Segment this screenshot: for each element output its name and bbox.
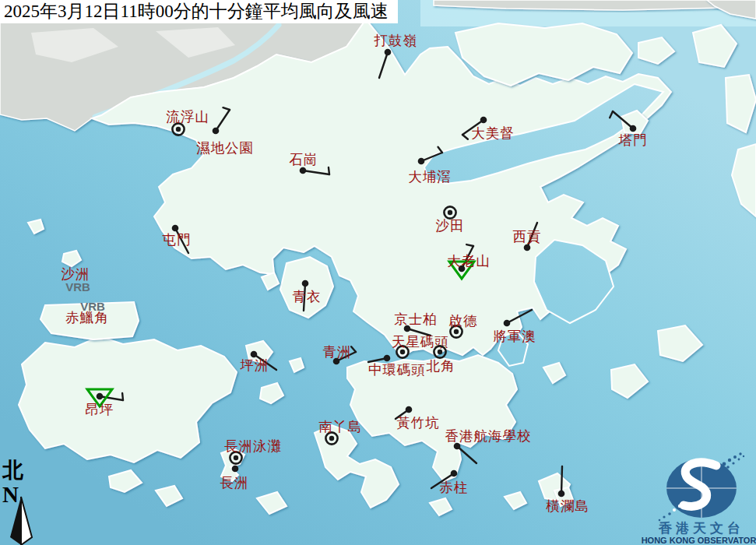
station-label: 昂坪 bbox=[86, 402, 114, 417]
vrb-label: VRB bbox=[65, 280, 90, 294]
station-dot bbox=[480, 117, 487, 124]
station-label: 啟德 bbox=[449, 313, 478, 329]
station-label: 天星碼頭 bbox=[392, 334, 449, 350]
station-label: 流浮山 bbox=[166, 109, 209, 125]
station-dot bbox=[448, 210, 452, 215]
station-dot bbox=[251, 351, 258, 358]
station-dot bbox=[213, 128, 220, 135]
station-dot bbox=[400, 350, 405, 354]
wind-barb-tick bbox=[122, 393, 123, 400]
station-dot bbox=[504, 320, 511, 327]
station-label: 坪洲 bbox=[240, 357, 269, 373]
station-dot bbox=[234, 455, 238, 460]
station-label: 南丫島 bbox=[318, 419, 362, 434]
station-label: 塔門 bbox=[618, 132, 648, 148]
station-label: 石崗 bbox=[290, 152, 318, 167]
station-dot bbox=[172, 225, 179, 232]
station-dot bbox=[232, 466, 239, 473]
station-label: 沙洲 bbox=[62, 266, 90, 282]
station-label: 赤柱 bbox=[440, 480, 469, 495]
compass-n-label: N bbox=[2, 482, 19, 507]
station-label: 香港航海學校 bbox=[445, 428, 532, 444]
hk-wind-map: 打鼓嶺流浮山濕地公園大美督塔門石崗大埔滘沙田西貢大老山屯門沙洲VRB赤鱲角VRB… bbox=[0, 0, 756, 545]
map-title: 2025年3月12日11時00分的十分鐘平均風向及風速 bbox=[0, 0, 398, 23]
station-dot bbox=[97, 393, 104, 400]
hko-name-en: HONG KONG OBSERVATORY bbox=[642, 536, 756, 545]
station-label: 打鼓嶺 bbox=[374, 33, 417, 48]
station-dot bbox=[302, 280, 309, 287]
wind-map-page: 打鼓嶺流浮山濕地公園大美督塔門石崗大埔滘沙田西貢大老山屯門沙洲VRB赤鱲角VRB… bbox=[0, 0, 756, 545]
station-dot bbox=[438, 350, 442, 354]
station-dot bbox=[329, 436, 334, 441]
station-dot bbox=[300, 167, 307, 174]
station-label: 中環碼頭 bbox=[368, 362, 426, 378]
station-dot bbox=[558, 490, 565, 498]
station-dot bbox=[384, 355, 391, 362]
station-dot bbox=[454, 329, 459, 334]
station-label: 京士柏 bbox=[394, 311, 438, 327]
station-label: 北角 bbox=[427, 358, 455, 374]
station-dot bbox=[385, 49, 392, 56]
station-dot bbox=[418, 158, 425, 165]
station-label: 大老山 bbox=[447, 253, 491, 269]
station-label: 大埔滘 bbox=[408, 169, 452, 185]
wind-barb-tick bbox=[329, 167, 329, 174]
compass-zh-label: 北 bbox=[2, 459, 23, 482]
station-dot bbox=[524, 244, 531, 251]
wind-barb-shaft bbox=[561, 466, 562, 494]
station-label: 黃竹坑 bbox=[396, 415, 440, 431]
station-label: 青洲 bbox=[323, 344, 352, 360]
station-label: 沙田 bbox=[436, 218, 465, 234]
station-dot bbox=[176, 127, 181, 132]
station-label: 青衣 bbox=[293, 289, 322, 304]
station-dot bbox=[630, 125, 637, 132]
station-label: 長洲 bbox=[220, 475, 249, 490]
station-dot bbox=[451, 470, 458, 477]
station-label: 西貢 bbox=[513, 229, 542, 244]
station-dot bbox=[406, 406, 413, 413]
station-label: 大美督 bbox=[471, 125, 515, 141]
station-沙洲[interactable]: 沙洲VRB bbox=[62, 266, 91, 294]
station-label: 屯門 bbox=[163, 232, 192, 248]
hko-name-zh: 香港天文台 bbox=[658, 521, 744, 536]
station-label: 橫瀾島 bbox=[546, 498, 589, 514]
station-label: 將軍澳 bbox=[493, 329, 536, 344]
station-label: 濕地公園 bbox=[196, 140, 254, 156]
station-label: 長洲泳灘 bbox=[224, 438, 282, 454]
vrb-label: VRB bbox=[80, 300, 105, 313]
